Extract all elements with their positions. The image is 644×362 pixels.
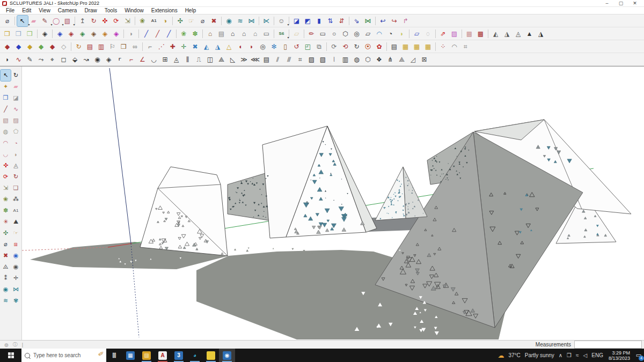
sidebar-eraser-tool-icon[interactable]: ▰ — [11, 81, 21, 92]
green-grid-tool-icon[interactable]: ◰ — [303, 41, 313, 52]
sidebar-freehand-tool-icon[interactable]: ∿ — [11, 104, 21, 115]
corner-tool-icon[interactable]: Γ — [115, 54, 126, 65]
pushpull-tool-icon[interactable]: ↥ — [77, 16, 88, 26]
cage-tool-icon[interactable]: ⊞ — [160, 54, 171, 65]
magenta-box-tool-icon[interactable]: ▨ — [449, 28, 460, 39]
select-loop-blue-tool-icon[interactable]: ▱ — [412, 28, 422, 39]
menu-view[interactable]: View — [35, 8, 54, 13]
axis-stamp-black-tool-icon[interactable]: ◈ — [40, 28, 50, 39]
grid-small-tool-icon[interactable]: ⌗ — [295, 54, 306, 65]
measurements-input[interactable] — [574, 341, 642, 349]
zoom-tool-icon[interactable]: ⌀ — [197, 16, 208, 26]
credits-icon[interactable]: ⓘ — [13, 341, 18, 348]
sidebar-star-tool-icon[interactable]: ✳ — [1, 216, 11, 227]
avatar-tool-icon[interactable]: ☺▾ — [276, 16, 287, 26]
menu-draw[interactable]: Draw — [80, 8, 100, 13]
pipes-tool-icon[interactable]: ⫼ — [182, 54, 193, 65]
hatch-tool-icon[interactable]: ▤ — [261, 54, 272, 65]
edge-browser-app[interactable]: ◕ — [187, 349, 203, 362]
zoom-window-tool-icon[interactable]: ⌀ — [2, 16, 13, 26]
menu-extensions[interactable]: Extensions — [148, 8, 181, 13]
style-s6-tool-icon[interactable]: S6▾ — [276, 28, 287, 39]
boxx-tool-icon[interactable]: ⊠ — [419, 54, 430, 65]
axis-stamp-green-tool-icon[interactable]: ◈ — [77, 28, 88, 39]
curve-tool-icon[interactable]: ◗ — [2, 54, 13, 65]
disc-tool-icon[interactable]: ◍ — [352, 54, 362, 65]
weather-temp[interactable]: 37°C — [508, 352, 520, 358]
sidebar-offset-tool-icon[interactable]: ❏ — [11, 182, 21, 194]
orange-rotate-tool-icon[interactable]: ↻ — [74, 41, 84, 52]
sticky-notes-app[interactable]: ▰ — [203, 349, 219, 362]
geolocation-icon[interactable]: ◍ — [4, 342, 9, 348]
language-indicator[interactable]: ENG — [591, 352, 603, 358]
panel-tool-icon[interactable]: ▤ — [216, 28, 227, 39]
viewport-3d-scene[interactable] — [22, 67, 644, 340]
angle-tool-icon[interactable]: ∠ — [137, 54, 148, 65]
task-view-button[interactable]: ⫿⫿ — [106, 349, 122, 362]
slats-tool-icon[interactable]: ⫽ — [273, 54, 283, 65]
shape-ellipse-tool-icon[interactable]: ◎ — [352, 28, 362, 39]
bed-tool-icon[interactable]: ▭ — [261, 28, 272, 39]
sidebar-zoom-photo-tool-icon[interactable]: ◉ — [11, 250, 21, 261]
sidebar-move-tool-icon[interactable]: ✜ — [1, 160, 11, 171]
arc-dots-tool-icon[interactable]: ◠ — [449, 41, 460, 52]
zoom-extents-tool-icon[interactable]: ✖ — [209, 16, 219, 26]
diagonal-measure-tool-icon[interactable]: ⇘ — [352, 16, 362, 26]
axis-stamp-brown-tool-icon[interactable]: ◈ — [89, 28, 99, 39]
sidebar-circle-tool-icon[interactable]: ◍ — [1, 126, 11, 137]
diamond-yellow-tool-icon[interactable]: ◆ — [25, 41, 35, 52]
sidebar-arc2-tool-icon[interactable]: ◡ — [1, 149, 11, 160]
pencil-gray-tool-icon[interactable]: ✎ — [25, 54, 35, 65]
file-explorer-app[interactable]: ▨ — [138, 349, 155, 362]
ramp-tool-icon[interactable]: ◺ — [228, 54, 238, 65]
polyline-tool-icon[interactable]: ⌐ — [145, 41, 156, 52]
loop-red-tool-icon[interactable]: ◖ — [235, 41, 246, 52]
sidebar-rotate-tool-icon[interactable]: ⟳ — [1, 171, 11, 182]
taskbar-search[interactable]: Type here to search ✏ — [21, 349, 106, 362]
calculator-app[interactable]: ▦ — [122, 349, 138, 362]
swirl-tool-icon[interactable]: ◑ — [160, 16, 171, 26]
sidebar-curic-tool-icon[interactable]: ◉ — [1, 284, 11, 295]
component-edit-tool-icon[interactable]: ◩ — [303, 16, 313, 26]
hip-tool-icon[interactable]: ⬙ — [70, 54, 80, 65]
rotate-copy-dark-tool-icon[interactable]: ↻ — [352, 41, 362, 52]
tri-dot-tool-icon[interactable]: ◬ — [171, 54, 182, 65]
shape-hex-tool-icon[interactable]: ⬡ — [340, 28, 351, 39]
leaf-tool-icon[interactable]: ❀ — [179, 28, 189, 39]
stack-tool-icon[interactable]: ⋈ — [246, 16, 257, 26]
grid-yellow2-tool-icon[interactable]: ▦ — [412, 41, 422, 52]
sidebar-zoom-window-tool-icon[interactable]: ⧈ — [11, 239, 21, 250]
flower-red-tool-icon[interactable]: ✿ — [374, 41, 385, 52]
network-icon[interactable]: ≈ — [576, 352, 579, 358]
menu-camera[interactable]: Camera — [54, 8, 81, 13]
spike-2-tool-icon[interactable]: ◮ — [502, 28, 513, 39]
shape-circle-tool-icon[interactable]: ○ — [329, 28, 340, 39]
sidebar-axes-tool-icon[interactable]: ⁂ — [11, 194, 21, 205]
qr-grid-tool-icon[interactable]: ⌗ — [460, 41, 471, 52]
sidebar-pencil-tool-icon[interactable]: ╱ — [1, 104, 11, 115]
sidebar-pushpull-tool-icon[interactable]: ◬ — [11, 160, 21, 171]
sidebar-gear-tool-icon[interactable]: ✾ — [11, 295, 21, 306]
box-outline-tool-icon[interactable]: ◻ — [58, 54, 69, 65]
sidebar-section-tool-icon[interactable]: ✣ — [1, 227, 11, 239]
bend-red-tool-icon[interactable]: ↪ — [389, 16, 400, 26]
text-label-tool-icon[interactable]: A1 — [149, 16, 159, 26]
flip-green-tool-icon[interactable]: ⋈ — [363, 16, 374, 26]
line-tool-icon[interactable]: ✎▾ — [40, 16, 50, 26]
hatch2-tool-icon[interactable]: ▨ — [306, 54, 317, 65]
sidebar-text-label-tool-icon[interactable]: A1 — [11, 205, 21, 216]
mirror-tool-icon[interactable]: ⋉ — [261, 16, 272, 26]
bend-blue-tool-icon[interactable]: ↩ — [378, 16, 389, 26]
notification-center-icon[interactable]: ▭ 4 — [633, 349, 644, 362]
x-dots-tool-icon[interactable]: ⁘ — [438, 41, 449, 52]
rotate-tool-icon[interactable]: ⟳ — [111, 16, 122, 26]
fork-tool-icon[interactable]: ⋔ — [385, 54, 396, 65]
grid-yellow3-tool-icon[interactable]: ▦ — [423, 41, 434, 52]
weld-tool-icon[interactable]: ≋ — [235, 16, 246, 26]
bin-tool-icon[interactable]: ▯ — [280, 41, 291, 52]
followme-tool-icon[interactable]: ↻ — [89, 16, 99, 26]
menu-window[interactable]: Window — [121, 8, 148, 13]
start-button[interactable] — [0, 349, 21, 362]
cube-green-tool-icon[interactable]: ❒ — [25, 28, 35, 39]
menu-edit[interactable]: Edit — [18, 8, 35, 13]
